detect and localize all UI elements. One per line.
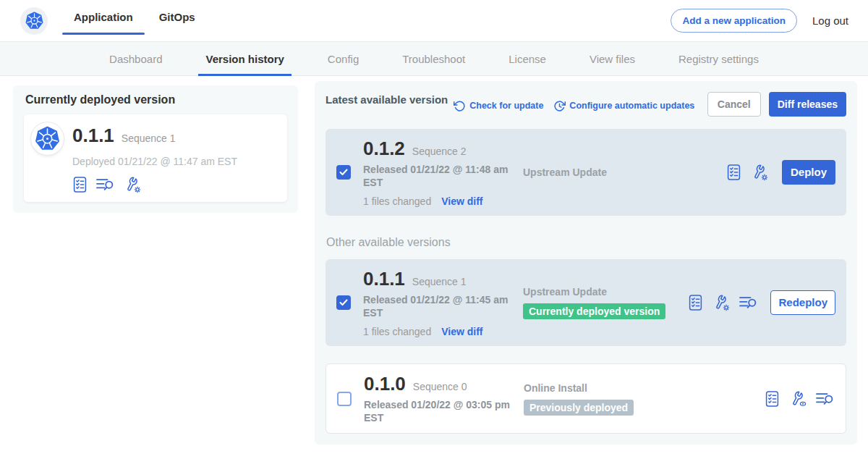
version-source: Online Install (524, 382, 765, 394)
other-versions-label: Other available versions (326, 236, 846, 249)
subnav-version-history[interactable]: Version history (198, 42, 291, 75)
preflight-checklist-icon[interactable] (765, 390, 780, 408)
version-checkbox[interactable] (337, 392, 352, 406)
version-checkbox[interactable] (336, 165, 351, 180)
deployed-timestamp: Deployed 01/21/22 @ 11:47 am EST (72, 156, 237, 167)
logout-button[interactable]: Log out (812, 14, 848, 27)
tab-gitops[interactable]: GitOps (148, 0, 207, 42)
subnav-dashboard[interactable]: Dashboard (102, 42, 169, 75)
check-for-update-link[interactable]: Check for update (454, 100, 543, 112)
refresh-icon (454, 100, 466, 112)
view-files-icon[interactable] (816, 391, 835, 407)
released-timestamp: Released 01/20/22 @ 03:05 pm EST (364, 399, 512, 425)
view-files-icon[interactable] (739, 295, 758, 311)
subnav-troubleshoot[interactable]: Troubleshoot (395, 42, 472, 75)
version-source: Upstream Update (523, 286, 688, 298)
version-sequence: Sequence 2 (412, 146, 467, 157)
version-card-011: 0.1.1 Sequence 1 Released 01/21/22 @ 11:… (326, 259, 846, 346)
diff-releases-button[interactable]: Diff releases (769, 92, 846, 117)
kubernetes-logo (20, 7, 48, 35)
version-sequence: Sequence 0 (413, 381, 467, 392)
subnav-license[interactable]: License (501, 42, 553, 75)
view-diff-link[interactable]: View diff (441, 326, 482, 337)
deploy-button[interactable]: Deploy (782, 160, 835, 185)
edit-config-icon[interactable] (751, 164, 768, 181)
currently-deployed-badge: Currently deployed version (523, 303, 665, 319)
latest-available-title: Latest available version (326, 93, 448, 106)
released-timestamp: Released 01/21/22 @ 11:48 am EST (363, 164, 511, 190)
app-header: Application GitOps Add a new application… (0, 0, 868, 42)
version-number: 0.1.0 (364, 373, 406, 395)
header-tabs: Application GitOps (62, 0, 210, 42)
current-version-number: 0.1.1 (72, 125, 114, 147)
view-config-icon[interactable] (789, 390, 807, 408)
cancel-button[interactable]: Cancel (707, 92, 761, 117)
add-application-button[interactable]: Add a new application (671, 9, 797, 33)
preflight-checklist-icon[interactable] (726, 164, 741, 181)
subnav-registry-settings[interactable]: Registry settings (671, 42, 766, 75)
version-checkbox[interactable] (336, 295, 351, 310)
main-content: Currently deployed version 0.1.1 Sequenc… (0, 76, 868, 445)
current-sequence: Sequence 1 (122, 132, 176, 144)
edit-config-icon[interactable] (124, 176, 141, 193)
app-subnav: Dashboard Version history Config Trouble… (0, 42, 868, 76)
subnav-view-files[interactable]: View files (582, 42, 642, 75)
view-files-icon[interactable] (96, 177, 115, 193)
currently-deployed-title: Currently deployed version (25, 93, 286, 106)
kubernetes-logo (31, 122, 64, 155)
previously-deployed-badge: Previously deployed (524, 400, 634, 416)
preflight-checklist-icon[interactable] (72, 176, 88, 193)
released-timestamp: Released 01/21/22 @ 11:45 am EST (363, 294, 511, 320)
files-changed: 1 files changed (363, 195, 431, 207)
configure-automatic-updates-link[interactable]: Configure automatic updates (553, 100, 694, 112)
view-diff-link[interactable]: View diff (441, 195, 482, 207)
version-source: Upstream Update (523, 167, 726, 178)
version-number: 0.1.1 (363, 268, 405, 290)
auto-update-clock-icon (553, 100, 566, 112)
version-card-012: 0.1.2 Sequence 2 Released 01/21/22 @ 11:… (326, 129, 846, 216)
tab-application[interactable]: Application (62, 0, 145, 42)
version-history-panel: Latest available version Check for updat… (315, 81, 857, 445)
subnav-config[interactable]: Config (320, 42, 366, 75)
files-changed: 1 files changed (363, 326, 431, 337)
version-sequence: Sequence 1 (412, 276, 467, 287)
currently-deployed-version: 0.1.1 Sequence 1 Deployed 01/21/22 @ 11:… (24, 114, 287, 202)
currently-deployed-card: Currently deployed version 0.1.1 Sequenc… (13, 85, 298, 213)
version-card-010: 0.1.0 Sequence 0 Released 01/20/22 @ 03:… (326, 363, 846, 434)
version-number: 0.1.2 (363, 138, 405, 160)
edit-config-icon[interactable] (712, 294, 730, 311)
preflight-checklist-icon[interactable] (688, 294, 703, 311)
redeploy-button[interactable]: Redeploy (770, 290, 835, 315)
